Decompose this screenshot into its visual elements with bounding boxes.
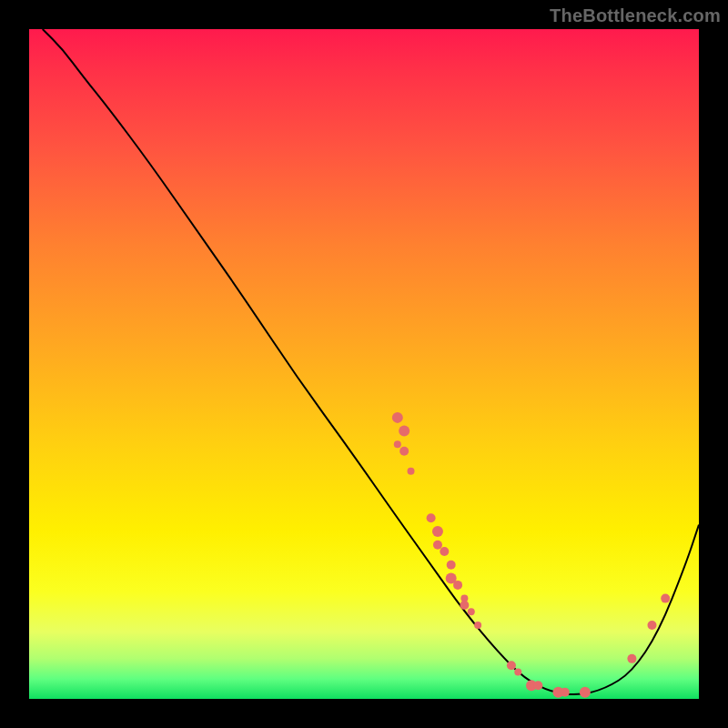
data-point	[440, 547, 449, 556]
data-point	[432, 526, 443, 537]
data-point	[474, 622, 481, 629]
data-point	[399, 447, 409, 456]
data-point	[408, 468, 415, 475]
data-point	[561, 688, 570, 697]
data-point	[468, 608, 475, 615]
data-point	[460, 601, 469, 610]
data-points	[392, 412, 670, 698]
watermark-text: TheBottleneck.com	[550, 5, 721, 26]
data-point	[627, 654, 636, 663]
data-point	[507, 661, 516, 670]
curve-line	[43, 29, 699, 694]
data-point	[399, 426, 410, 437]
chart-svg	[29, 29, 699, 699]
data-point	[394, 440, 401, 448]
data-point	[533, 681, 542, 690]
data-point	[447, 561, 456, 570]
data-point	[580, 687, 591, 698]
data-point	[427, 513, 436, 522]
data-point	[392, 412, 403, 423]
data-point	[647, 621, 656, 630]
data-point	[453, 581, 462, 590]
plot-area	[29, 29, 699, 699]
data-point	[433, 541, 442, 550]
data-point	[661, 594, 670, 603]
data-point	[514, 669, 521, 676]
